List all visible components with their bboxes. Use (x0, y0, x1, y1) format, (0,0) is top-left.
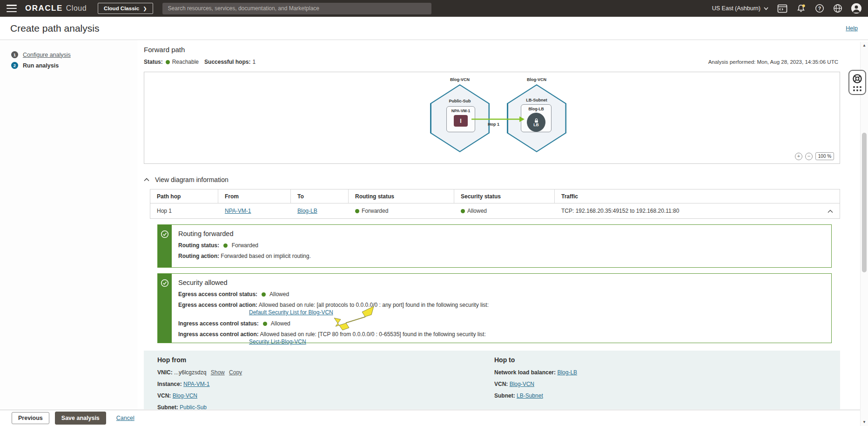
subnet-link[interactable]: LB-Subnet (517, 392, 543, 399)
diagram-zoom-controls: + − 100 % (795, 152, 834, 160)
column-header-path-hop: Path hop (150, 189, 218, 203)
scrollbar-thumb[interactable] (862, 133, 867, 272)
vcn-link[interactable]: Blog-VCN (173, 392, 197, 399)
cell-security-status: Allowed (454, 208, 555, 214)
search-input[interactable] (162, 3, 431, 14)
vnic-copy-link[interactable]: Copy (229, 369, 242, 376)
vnic-show-link[interactable]: Show (211, 369, 225, 376)
check-circle-icon (161, 279, 169, 287)
topbar-right: US East (Ashburn) ? (712, 3, 861, 14)
cell-to: Blog-LB (291, 208, 349, 214)
wizard-step-configure-analysis[interactable]: 1 Configure analysis (11, 51, 137, 58)
cell-path-hop: Hop 1 (150, 208, 218, 214)
vnic-line: VNIC: ...y6lcgzsdzq Show Copy (157, 369, 494, 376)
column-header-security-status: Security status (454, 189, 555, 203)
scroll-down-arrow[interactable]: ▼ (861, 419, 868, 426)
routing-status-line: Routing status: Forwarded (178, 242, 824, 249)
vertical-scrollbar[interactable]: ▲ ▼ (860, 42, 868, 426)
wizard-step-run-analysis[interactable]: 2 Run analysis (11, 62, 137, 69)
left-subnet-label: Public-Sub (430, 99, 490, 103)
status-green-dot-icon (166, 60, 170, 64)
hop-to-column: Hop to Network load balancer: Blog-LB VC… (494, 356, 577, 409)
page-header: Create path analysis Help (0, 17, 868, 40)
user-avatar[interactable] (851, 3, 861, 14)
main-content: Forward path Status: Reachable Successfu… (137, 40, 840, 410)
load-balancer-node-card[interactable]: Blog-LB LB (521, 104, 552, 132)
egress-action-line: Egress access control action: Allowed ba… (178, 302, 824, 308)
hop-arrow-label: Hop 1 (488, 122, 499, 127)
check-circle-icon (161, 230, 169, 238)
help-icon[interactable]: ? (815, 4, 824, 13)
status-row: Status: Reachable Successful hops: 1 Ana… (144, 59, 840, 65)
brand-cloud: Cloud (66, 4, 87, 13)
scroll-up-arrow[interactable]: ▲ (861, 42, 868, 49)
zoom-level-value[interactable]: 100 % (815, 152, 834, 160)
instance-node-card[interactable]: NPA-VM-1 I (446, 106, 475, 132)
view-diagram-information-toggle[interactable]: View diagram information (144, 175, 840, 184)
notifications-bell-icon[interactable] (796, 4, 806, 13)
column-header-routing-status: Routing status (349, 189, 454, 203)
forward-path-header: Forward path Status: Reachable Successfu… (144, 40, 840, 68)
previous-button[interactable]: Previous (12, 412, 49, 424)
region-selector[interactable]: US East (Ashburn) (712, 5, 768, 12)
zoom-out-button[interactable]: − (805, 153, 813, 160)
status-label: Status: (144, 59, 163, 65)
to-link[interactable]: Blog-LB (297, 208, 317, 214)
cloud-shell-icon[interactable] (777, 4, 787, 13)
vcn-link[interactable]: Blog-VCN (510, 381, 534, 387)
language-globe-icon[interactable] (833, 4, 842, 13)
path-hops-table: Path hop From To Routing status Security… (150, 189, 840, 219)
view-diagram-information-label: View diagram information (155, 176, 229, 183)
brand-oracle: ORACLE (25, 4, 63, 13)
chevron-up-icon (144, 178, 149, 182)
wizard-footer: Previous Save analysis Cancel (0, 410, 868, 426)
chevron-down-icon (764, 7, 768, 10)
step-number-badge: 1 (11, 51, 18, 58)
compute-instance-icon: I (454, 115, 468, 127)
panel-green-bar (158, 274, 172, 343)
hops-value: 1 (252, 59, 256, 65)
analysis-performed-timestamp: Analysis performed: Mon, Aug 28, 2023, 1… (708, 59, 840, 65)
cell-from: NPA-VM-1 (218, 208, 291, 214)
collapse-row-chevron[interactable] (828, 208, 833, 215)
step-label: Run analysis (23, 62, 59, 69)
hops-label: Successful hops: (204, 59, 250, 65)
help-link[interactable]: Help (846, 25, 858, 32)
table-row-hop-1[interactable]: Hop 1 NPA-VM-1 Blog-LB Forwarded Allowed… (150, 203, 840, 218)
hop-from-column: Hop from VNIC: ...y6lcgzsdzq Show Copy I… (157, 356, 494, 409)
oracle-cloud-logo[interactable]: ORACLE Cloud (25, 4, 87, 13)
ingress-security-list-link[interactable]: Security List-Blog-VCN (249, 338, 306, 345)
nlb-line: Network load balancer: Blog-LB (494, 369, 577, 376)
column-header-from: From (218, 189, 291, 203)
step-label[interactable]: Configure analysis (23, 52, 71, 58)
routing-action-line: Routing action: Forwarded based on impli… (178, 253, 824, 259)
status-value: Reachable (172, 59, 199, 65)
ingress-action-line: Ingress access control action: Allowed b… (178, 331, 824, 338)
page-title: Create path analysis (10, 23, 99, 34)
zoom-in-button[interactable]: + (795, 153, 802, 160)
support-launcher-widget[interactable] (848, 70, 866, 95)
step-number-badge: 2 (11, 62, 18, 69)
nlb-link[interactable]: Blog-LB (557, 369, 577, 376)
from-link[interactable]: NPA-VM-1 (225, 208, 251, 214)
security-allowed-panel: Security allowed Egress access control s… (157, 273, 832, 343)
instance-link[interactable]: NPA-VM-1 (183, 381, 209, 387)
save-analysis-button[interactable]: Save analysis (55, 412, 106, 425)
hamburger-menu-icon[interactable] (7, 5, 17, 12)
life-ring-icon (852, 74, 862, 84)
column-header-traffic: Traffic (555, 189, 840, 203)
cell-traffic: TCP: 192.168.20.35:49152 to 192.168.20.1… (555, 208, 840, 214)
routing-panel-title: Routing forwarded (178, 230, 824, 237)
cancel-link[interactable]: Cancel (116, 415, 135, 421)
egress-security-list-link[interactable]: Default Security List for Blog-VCN (249, 309, 333, 316)
load-balancer-icon: LB (527, 113, 545, 132)
cloud-classic-button[interactable]: Cloud Classic ❯ (98, 3, 153, 14)
vcn-line: VCN: Blog-VCN (494, 381, 577, 387)
column-header-to: To (291, 189, 349, 203)
panel-green-bar (158, 225, 172, 267)
right-subnet-label: LB-Subnet (507, 98, 566, 102)
cell-routing-status: Forwarded (349, 208, 454, 214)
instance-line: Instance: NPA-VM-1 (157, 381, 494, 387)
path-diagram-canvas[interactable]: Blog-VCN Public-Sub NPA-VM-1 I Blog-VCN … (144, 72, 840, 164)
security-status-green-dot-icon (461, 209, 465, 213)
